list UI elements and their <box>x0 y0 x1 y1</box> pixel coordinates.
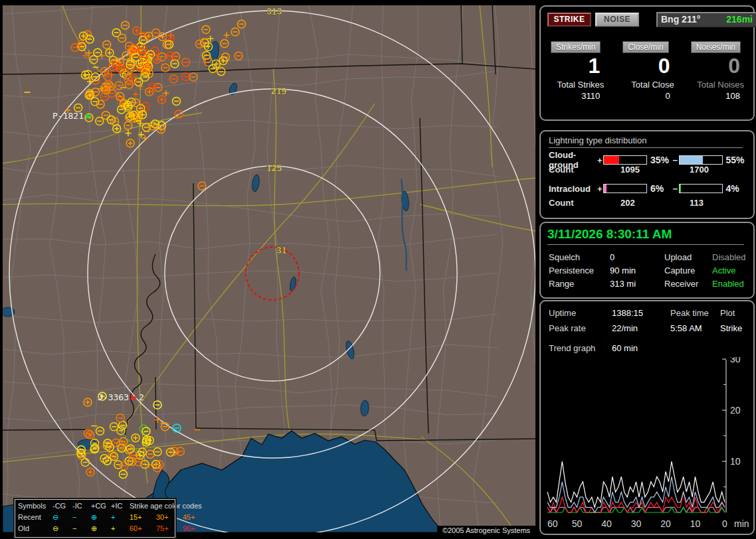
persistence-value: 90 min <box>610 264 664 277</box>
distribution-title: Lightning type distribution <box>549 135 743 148</box>
recent-ncg-icon: ⊖ <box>52 512 72 523</box>
recent-pic-icon: + <box>111 512 130 523</box>
age-75: 75+ <box>156 523 183 534</box>
legend-header-ncg: -CG <box>52 501 72 512</box>
lightning-map[interactable]: 31321912531P-1821J-33632 Symbols -CG -IC… <box>3 5 535 532</box>
x-tick-label: 60 <box>547 518 558 529</box>
cg-count-label: Count <box>549 165 620 175</box>
total-noises-value: 108 <box>681 91 751 101</box>
strikes-per-min-chip[interactable]: Strikes/min <box>551 41 601 53</box>
trend-series-total <box>547 461 725 507</box>
cg-plus-pct: 35% <box>650 155 672 165</box>
persistence-label: Persistence <box>549 264 610 277</box>
bearing-value: Bng 211° <box>661 13 700 26</box>
age-45: 45+ <box>183 512 209 523</box>
copyright-label: ©2005 Astrogenic Systems <box>437 526 535 536</box>
trac-cell-label: P-1821 <box>52 111 84 121</box>
total-close-label: Total Close <box>611 80 680 90</box>
y-tick-label: 20 <box>730 405 741 416</box>
y-tick-label: 10 <box>730 456 741 467</box>
ic-plus-bar <box>603 184 647 193</box>
age-15: 15+ <box>130 512 156 523</box>
ring-distance-label: 31 <box>276 245 287 256</box>
peak-rate-label: Peak rate <box>549 322 612 335</box>
recent-pcg-icon: ⊕ <box>91 512 111 523</box>
noises-per-min-chip[interactable]: Noises/min <box>691 41 741 53</box>
status-panel: 3/11/2026 8:30:11 AM Squelch 0 Upload Di… <box>539 222 755 299</box>
old-nic-icon: − <box>72 523 91 534</box>
recent-nic-icon: − <box>72 512 91 523</box>
legend-header-pic: +IC <box>111 501 130 512</box>
strikes-per-min-value: 1 <box>541 54 611 77</box>
upload-label: Upload <box>664 251 712 264</box>
noise-toggle-button[interactable]: NOISE <box>595 13 639 27</box>
minus-sign: − <box>673 184 679 194</box>
ic-plus-pct: 6% <box>650 183 672 194</box>
close-per-min-chip[interactable]: Close/min <box>622 41 668 53</box>
minus-sign: − <box>673 155 679 165</box>
trac-cell-speed: 2 <box>139 392 144 402</box>
squelch-label: Squelch <box>549 251 610 264</box>
cg-minus-count: 1700 <box>690 165 709 175</box>
cg-minus-pct: 55% <box>726 155 748 165</box>
x-tick-label: 40 <box>601 518 612 529</box>
receiver-status: Enabled <box>712 277 744 291</box>
x-tick-label: 0 <box>722 518 727 529</box>
capture-status: Active <box>712 264 735 277</box>
age-90: 90+ <box>183 523 209 534</box>
trend-window-value: 60 min <box>612 342 670 355</box>
old-ncg-icon: ⊖ <box>52 523 72 534</box>
total-close-value: 0 <box>611 91 680 101</box>
y-tick-label: 30 <box>730 357 741 364</box>
legend-row-old: Old <box>18 523 52 534</box>
plot-mode-value: Strike <box>720 322 742 335</box>
strike-toggle-button[interactable]: STRIKE <box>547 13 591 27</box>
range-value: 313 mi <box>610 277 664 291</box>
ic-minus-pct: 4% <box>726 183 748 194</box>
peak-time-label: Peak time <box>670 307 720 320</box>
upload-status: Disabled <box>712 251 746 264</box>
bearing-distance: 216mi <box>726 13 753 26</box>
legend-header-symbols: Symbols <box>18 501 52 512</box>
total-strikes-label: Total Strikes <box>541 80 611 90</box>
total-noises-label: Total Noises <box>681 80 751 90</box>
datetime-display: 3/11/2026 8:30:11 AM <box>547 227 744 245</box>
trac-cell-label: J-3363 <box>98 392 129 402</box>
x-tick-label: 50 <box>572 518 583 529</box>
x-tick-label: 20 <box>660 518 671 529</box>
ic-plus-count: 202 <box>620 198 690 208</box>
map-canvas[interactable]: 31321912531P-1821J-33632 <box>3 5 535 532</box>
uptime-value: 1388:15 <box>612 307 670 320</box>
plot-label: Plot <box>720 307 735 320</box>
cg-plus-bar <box>603 155 647 165</box>
trend-graph: 1020306050403020100min <box>542 357 751 531</box>
bearing-readout: Bng 211° 216mi <box>656 12 756 27</box>
trend-graph-label: Trend graph <box>549 342 612 355</box>
ic-count-label: Count <box>549 198 620 208</box>
total-strikes-value: 3110 <box>541 91 611 101</box>
ic-minus-count: 113 <box>690 198 704 208</box>
x-tick-label: 10 <box>690 518 701 529</box>
x-unit-label: min <box>734 518 749 529</box>
old-pic-icon: + <box>111 523 130 534</box>
cg-plus-count: 1095 <box>620 165 690 175</box>
age-30: 30+ <box>156 512 183 523</box>
receiver-label: Receiver <box>664 277 712 291</box>
peak-time-value: 5:58 AM <box>670 322 720 335</box>
x-tick-label: 30 <box>631 518 642 529</box>
old-pcg-icon: ⊕ <box>91 523 111 534</box>
noises-per-min-value: 0 <box>681 54 751 77</box>
close-per-min-value: 0 <box>611 54 680 77</box>
squelch-value: 0 <box>610 251 664 264</box>
trend-panel: Uptime 1388:15 Peak time Plot Peak rate … <box>539 300 755 535</box>
range-label: Range <box>549 277 610 291</box>
uptime-label: Uptime <box>549 307 612 320</box>
ring-distance-label: 313 <box>266 6 282 17</box>
ic-minus-bar <box>679 184 723 193</box>
lightning-distribution-panel: Lightning type distribution Cloud-ground… <box>539 130 755 219</box>
plus-sign: + <box>597 184 603 194</box>
capture-label: Capture <box>664 264 712 277</box>
legend-age-header: Strike age color codes <box>130 501 209 512</box>
legend-header-nic: -IC <box>72 501 91 512</box>
plus-sign: + <box>597 155 603 165</box>
